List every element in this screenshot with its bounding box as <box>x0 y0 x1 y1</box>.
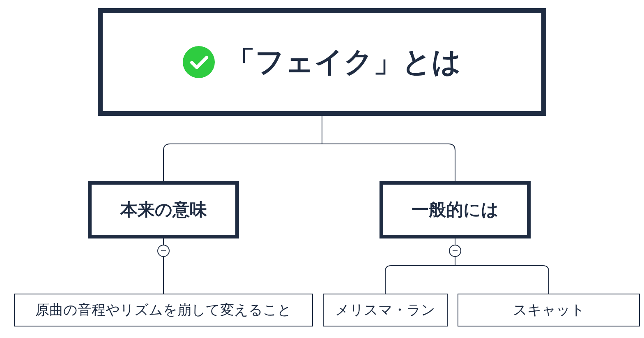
leaf-label: メリスマ・ラン <box>335 301 435 319</box>
svg-point-0 <box>183 46 215 78</box>
leaf-label: 原曲の音程やリズムを崩して変えること <box>35 301 292 319</box>
collapse-toggle-icon[interactable] <box>449 245 461 257</box>
child-title: 一般的には <box>412 198 499 221</box>
child-node-original-meaning: 本来の意味 <box>88 181 239 238</box>
child-title: 本来の意味 <box>120 198 207 221</box>
root-title: 「フェイク」とは <box>226 43 461 81</box>
check-circle-icon <box>183 46 215 78</box>
leaf-node: メリスマ・ラン <box>323 294 448 326</box>
leaf-node: 原曲の音程やリズムを崩して変えること <box>14 294 313 326</box>
leaf-label: スキャット <box>513 301 585 319</box>
child-node-general-usage: 一般的には <box>380 181 531 238</box>
root-node: 「フェイク」とは <box>98 8 546 116</box>
collapse-toggle-icon[interactable] <box>157 245 170 257</box>
leaf-node: スキャット <box>458 294 640 326</box>
